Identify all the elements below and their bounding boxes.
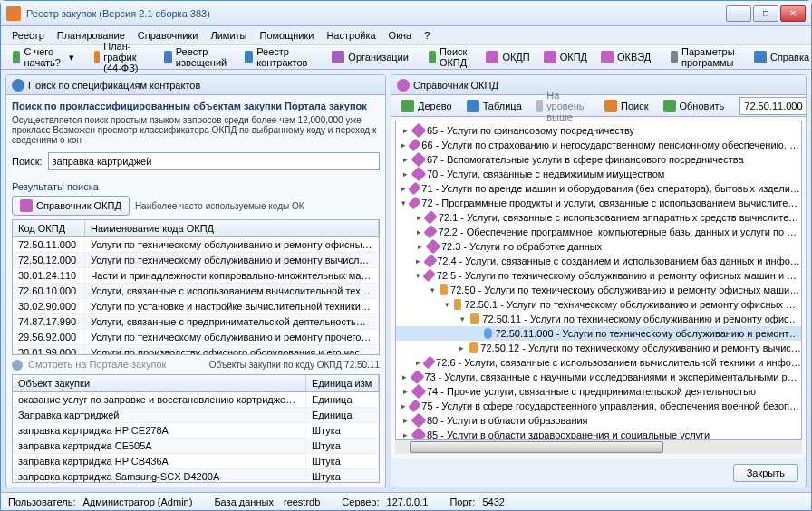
tree-node[interactable]: ▸75 - Услуги в сфере государственного уп… xyxy=(396,399,801,413)
table-row[interactable]: 72.50.11.000Услуги по техническому обслу… xyxy=(13,237,379,253)
collapse-icon[interactable]: ▾ xyxy=(458,314,468,323)
menu-реестр[interactable]: Реестр xyxy=(6,28,50,43)
toolbar-оквэд[interactable]: ОКВЭД xyxy=(594,47,657,67)
expand-icon[interactable]: ▸ xyxy=(400,140,408,149)
toolbar-реестр-контрактов[interactable]: Реестр контрактов xyxy=(238,43,318,72)
cell-name: Услуги по установке и настройке вычислит… xyxy=(85,299,379,313)
toolbar-реестр-извещений[interactable]: Реестр извещений xyxy=(158,43,237,72)
expand-icon[interactable]: ▸ xyxy=(414,213,423,222)
toolbar-справка[interactable]: Справка xyxy=(748,47,812,67)
toolbar-с-чего-начать-[interactable]: С чего начать?▾ xyxy=(6,43,81,72)
table-row[interactable]: 30.01.24.110Части и принадлежности копир… xyxy=(13,268,379,284)
collapse-icon[interactable]: ▾ xyxy=(429,285,437,294)
collapse-icon[interactable]: ▾ xyxy=(414,271,422,280)
tree-node[interactable]: ▸80 - Услуги в области образования xyxy=(396,413,801,428)
tree-node[interactable]: ▸72.6 - Услуги, связанные с использовани… xyxy=(396,355,801,370)
close-button[interactable]: ✕ xyxy=(780,5,806,22)
tree-node[interactable]: ▸67 - Вспомогательные услуги в сфере фин… xyxy=(396,152,801,167)
scrollbar-thumb[interactable] xyxy=(410,441,663,453)
table-row[interactable]: 72.50.12.000Услуги по техническому обслу… xyxy=(13,253,379,268)
horizontal-scrollbar[interactable] xyxy=(395,439,802,454)
expand-icon[interactable]: ▸ xyxy=(400,184,408,193)
tree-node[interactable]: ▸71 - Услуги по аренде машин и оборудова… xyxy=(396,181,801,196)
tree-node[interactable]: ▾72.5 - Услуги по техническому обслужива… xyxy=(396,268,801,283)
toolbar-label: Справка xyxy=(770,52,809,63)
okpd-code-input[interactable] xyxy=(740,97,807,115)
maximize-button[interactable]: □ xyxy=(753,5,778,22)
portal-link[interactable]: Смотреть на Портале закупок xyxy=(12,359,166,371)
expand-icon[interactable]: ▸ xyxy=(414,358,422,367)
menu-настройка[interactable]: Настройка xyxy=(321,28,381,43)
expand-icon[interactable]: ▸ xyxy=(414,242,425,251)
table-row[interactable]: оказание услуг по заправке и восстановле… xyxy=(13,392,379,408)
table-row[interactable]: 72.60.10.000Услуги, связанные с использо… xyxy=(13,284,379,299)
expand-icon[interactable]: ▸ xyxy=(400,430,411,439)
expand-icon[interactable]: ▸ xyxy=(400,169,411,178)
okpd-toolbar-таблица[interactable]: Таблица xyxy=(460,96,528,116)
tree-node[interactable]: ▾72.50 - Услуги по техническому обслужив… xyxy=(396,283,801,297)
cell-unit: Штука xyxy=(306,469,379,483)
expand-icon[interactable]: ▸ xyxy=(400,372,410,381)
tree-node[interactable]: ▸74 - Прочие услуги, связанные с предпри… xyxy=(396,384,801,399)
toolbar-параметры-программы[interactable]: Параметры программы xyxy=(664,43,747,72)
toolbar-icon xyxy=(245,51,253,63)
expand-icon[interactable]: ▸ xyxy=(458,343,467,352)
expand-icon[interactable]: ▸ xyxy=(400,416,411,425)
menu-помощники[interactable]: Помощники xyxy=(254,28,319,43)
toolbar-поиск-окпд[interactable]: Поиск ОКПД xyxy=(422,43,478,72)
tree-node[interactable]: 72.50.11.000 - Услуги по техническому об… xyxy=(396,326,801,341)
table-row[interactable]: заправка картриджа HP CE278AШтука xyxy=(13,423,379,439)
expand-icon[interactable]: ▸ xyxy=(414,227,423,236)
toolbar-окпд[interactable]: ОКПД xyxy=(537,47,594,67)
tree-node[interactable]: ▾72.50.1 - Услуги по техническому обслуж… xyxy=(396,297,801,312)
globe-icon xyxy=(12,360,23,371)
table-row[interactable]: 74.87.17.990Услуги, связанные с предприн… xyxy=(13,314,379,330)
expand-icon[interactable]: ▸ xyxy=(400,387,411,396)
okpd-toolbar-дерево[interactable]: Дерево xyxy=(395,96,459,116)
table-row[interactable]: заправка картриджа CE505AШтука xyxy=(13,439,379,454)
expand-icon[interactable]: ▸ xyxy=(400,155,411,164)
tree-node[interactable]: ▸85 - Услуги в области здравоохранения и… xyxy=(396,428,801,439)
tree-node[interactable]: ▸72.2 - Обеспечение программное, компьют… xyxy=(396,225,801,239)
col-header-name[interactable]: Наименование кода ОКПД xyxy=(85,220,379,236)
expand-icon[interactable]: ▸ xyxy=(414,256,423,265)
table-row[interactable]: 30.01.99.000Услуги по производству офисн… xyxy=(13,345,379,355)
col-header-unit[interactable]: Единица изм xyxy=(306,375,379,391)
table-row[interactable]: заправка картриджа Samsung-SCX D4200AШту… xyxy=(13,469,379,483)
tree-node[interactable]: ▾72.50.11 - Услуги по техническому обслу… xyxy=(396,312,801,326)
tree-node[interactable]: ▸70 - Услуги, связанные с недвижимым иму… xyxy=(396,167,801,181)
tree-node[interactable]: ▸65 - Услуги по финансовому посредничест… xyxy=(396,123,801,138)
tree-node[interactable]: ▾72 - Программные продукты и услуги, свя… xyxy=(396,196,801,210)
okpd-toolbar-на-уровень-выше[interactable]: На уровень выше xyxy=(530,86,596,126)
search-input[interactable] xyxy=(48,152,380,170)
expand-icon[interactable]: ▸ xyxy=(400,126,411,135)
menu-?[interactable]: ? xyxy=(419,28,435,43)
table-row[interactable]: Заправка картриджейЕдиница xyxy=(13,408,379,423)
collapse-icon[interactable]: ▾ xyxy=(400,198,408,207)
col-header-code[interactable]: Код ОКПД xyxy=(13,220,85,236)
okpd-toolbar-поиск[interactable]: Поиск xyxy=(598,96,654,116)
table-row[interactable]: заправка картриджа HP CB436AШтука xyxy=(13,454,379,469)
okpd-reference-button[interactable]: Справочник ОКПД xyxy=(12,196,130,216)
table-row[interactable]: 30.02.90.000Услуги по установке и настро… xyxy=(13,299,379,314)
tree-node[interactable]: ▸72.1 - Услуги, связанные с использовани… xyxy=(396,210,801,225)
collapse-icon[interactable]: ▾ xyxy=(443,300,451,309)
tree-node[interactable]: ▸72.3 - Услуги по обработке данных xyxy=(396,239,801,254)
table-row[interactable]: 29.56.92.000Услуги по техническому обслу… xyxy=(13,330,379,345)
toolbar-окдп[interactable]: ОКДП xyxy=(479,47,536,67)
okpd-tree[interactable]: ▸65 - Услуги по финансовому посредничест… xyxy=(395,121,802,439)
close-panel-button[interactable]: Закрыть xyxy=(733,464,798,482)
okpd-toolbar-обновить[interactable]: Обновить xyxy=(657,96,731,116)
tree-node[interactable]: ▸73 - Услуги, связанные с научными иссле… xyxy=(396,370,801,384)
tree-node[interactable]: ▸72.50.12 - Услуги по техническому обслу… xyxy=(396,341,801,355)
frequent-codes-hint: Наиболее часто используемые коды ОК xyxy=(135,201,304,211)
minimize-button[interactable]: — xyxy=(726,5,751,22)
menu-окна[interactable]: Окна xyxy=(383,28,418,43)
tree-node[interactable]: ▸66 - Услуги по страхованию и негосударс… xyxy=(396,138,801,152)
tree-node[interactable]: ▸72.4 - Услуги, связанные с созданием и … xyxy=(396,254,801,268)
expand-icon[interactable]: ▸ xyxy=(400,401,408,410)
titlebar[interactable]: Реестр закупок (Версия 2.1 сборка 383) —… xyxy=(1,1,811,26)
toolbar-организации[interactable]: Организации xyxy=(325,47,415,67)
col-header-object[interactable]: Объект закупки xyxy=(13,375,306,391)
menu-лимиты[interactable]: Лимиты xyxy=(205,28,252,43)
